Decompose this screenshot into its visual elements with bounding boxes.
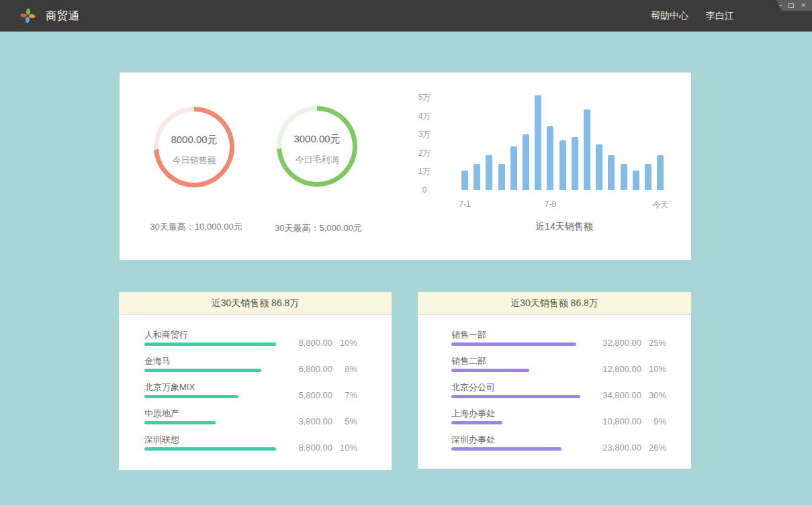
row-amount: 6,800.00 xyxy=(279,364,332,374)
list-row: 深圳联想8,800.0010% xyxy=(144,431,357,457)
y-axis-label: 1万 xyxy=(409,167,440,177)
profit-30d-max: 30天最高：5,000.00元 xyxy=(244,222,392,234)
x-axis-label: 今天 xyxy=(652,199,668,211)
y-axis-label: 4万 xyxy=(409,111,440,122)
day-bar-14 xyxy=(621,164,627,190)
daily-sales-bar-chart: 近14天销售额 7-17-8今天 xyxy=(450,97,678,259)
customers-list: 人和商贸行8,800.0010%金海马6,800.008%北京万象MIX5,80… xyxy=(119,315,392,457)
help-center-link[interactable]: 帮助中心 xyxy=(651,10,688,22)
row-percent: 10% xyxy=(332,338,357,348)
list-row: 北京万象MIX5,800.007% xyxy=(144,379,357,405)
day-bar-8 xyxy=(547,126,553,190)
day-bar-7 xyxy=(535,95,541,190)
departments-list: 销售一部32,800.0025%销售二部12,800.0010%北京分公司34,… xyxy=(418,315,691,457)
x-axis-label: 7-1 xyxy=(459,199,470,209)
titlebar: 商贸通 帮助中心 李白江 ✕ xyxy=(0,0,812,32)
row-percent: 7% xyxy=(332,390,357,400)
list-row: 销售二部12,800.0010% xyxy=(451,353,666,379)
row-bar xyxy=(451,395,580,398)
day-bar-10 xyxy=(572,137,578,190)
day-bar-11 xyxy=(584,109,590,190)
row-bar xyxy=(144,342,276,346)
day-bar-5 xyxy=(510,146,517,190)
row-bar xyxy=(451,421,502,424)
row-label: 深圳联想 xyxy=(144,434,179,446)
today-sales-label: 今日销售额 xyxy=(173,154,216,167)
row-amount: 23,800.00 xyxy=(588,443,641,453)
x-axis-label: 7-8 xyxy=(545,199,556,209)
day-bar-15 xyxy=(633,171,639,190)
row-label: 销售二部 xyxy=(451,355,486,367)
maximize-icon[interactable] xyxy=(788,3,794,8)
current-user-link[interactable]: 李白江 xyxy=(706,10,734,22)
list-row: 上海办事处10,800.009% xyxy=(451,405,666,431)
row-label: 人和商贸行 xyxy=(144,329,188,341)
day-bar-12 xyxy=(596,144,602,190)
row-percent: 10% xyxy=(332,443,357,453)
sales-bar-plot xyxy=(450,97,678,190)
app-title: 商贸通 xyxy=(46,0,80,32)
top-customers-card: 近30天销售额 86.8万 人和商贸行8,800.0010%金海马6,800.0… xyxy=(119,292,392,470)
today-profit-gauge: 3000.00元 今日毛利润 xyxy=(277,106,357,187)
top-departments-card: 近30天销售额 86.8万 销售一部32,800.0025%销售二部12,800… xyxy=(418,292,691,469)
row-percent: 30% xyxy=(641,390,666,400)
row-percent: 5% xyxy=(332,416,357,426)
row-percent: 10% xyxy=(641,364,666,374)
today-sales-value: 8000.00元 xyxy=(171,134,217,146)
row-amount: 10,800.00 xyxy=(588,416,641,426)
row-amount: 8,800.00 xyxy=(279,338,332,348)
today-profit-value: 3000.00元 xyxy=(294,133,340,146)
customers-card-title: 近30天销售额 86.8万 xyxy=(119,292,392,315)
row-amount: 32,800.00 xyxy=(588,338,641,348)
row-bar xyxy=(144,369,261,372)
app-logo-pinwheel-icon xyxy=(19,7,36,24)
y-axis-label: 3万 xyxy=(409,130,440,140)
row-percent: 25% xyxy=(641,338,666,348)
row-amount: 12,800.00 xyxy=(588,364,641,374)
row-label: 金海马 xyxy=(144,355,171,367)
list-row: 中原地产3,800.005% xyxy=(144,405,357,431)
today-sales-gauge: 8000.00元 今日销售额 xyxy=(154,107,234,187)
list-row: 北京分公司34,800.0030% xyxy=(451,379,666,405)
overview-card: 8000.00元 今日销售额 30天最高：10,000.00元 3000.00元… xyxy=(120,73,691,260)
day-bar-16 xyxy=(645,164,651,190)
row-label: 上海办事处 xyxy=(451,408,495,420)
list-row: 金海马6,800.008% xyxy=(144,353,357,379)
day-bar-9 xyxy=(559,140,566,191)
row-label: 北京万象MIX xyxy=(144,381,195,394)
minimize-icon[interactable] xyxy=(776,5,782,6)
row-percent: 8% xyxy=(332,364,357,374)
window-controls: ✕ xyxy=(769,0,812,11)
y-axis-label: 0 xyxy=(409,185,440,195)
row-amount: 8,800.00 xyxy=(279,443,332,453)
list-row: 深圳办事处23,800.0026% xyxy=(451,431,666,457)
day-bar-4 xyxy=(498,164,505,190)
close-icon[interactable]: ✕ xyxy=(801,3,806,9)
row-percent: 9% xyxy=(641,416,666,426)
row-bar xyxy=(144,395,238,398)
day-bar-6 xyxy=(523,134,529,190)
row-amount: 34,800.00 xyxy=(588,390,641,400)
row-bar xyxy=(144,421,216,424)
day-bar-17 xyxy=(657,155,664,190)
today-profit-label: 今日毛利润 xyxy=(296,154,339,166)
bar-chart-title: 近14天销售额 xyxy=(450,221,678,233)
list-row: 销售一部32,800.0025% xyxy=(451,326,666,353)
day-bar-13 xyxy=(608,155,615,190)
day-bar-3 xyxy=(486,155,492,190)
row-amount: 3,800.00 xyxy=(279,416,332,426)
row-bar xyxy=(144,447,276,451)
y-axis-label: 2万 xyxy=(409,148,440,158)
row-label: 销售一部 xyxy=(451,329,486,341)
y-axis-label: 5万 xyxy=(409,93,440,103)
row-amount: 5,800.00 xyxy=(279,390,332,400)
departments-card-title: 近30天销售额 86.8万 xyxy=(418,292,691,315)
row-label: 北京分公司 xyxy=(451,381,495,394)
row-bar xyxy=(451,447,561,451)
row-bar xyxy=(451,342,576,346)
row-percent: 26% xyxy=(641,443,666,453)
row-bar xyxy=(451,369,529,372)
day-bar-2 xyxy=(473,164,480,190)
row-label: 深圳办事处 xyxy=(451,434,495,446)
day-bar-1 xyxy=(461,171,468,190)
